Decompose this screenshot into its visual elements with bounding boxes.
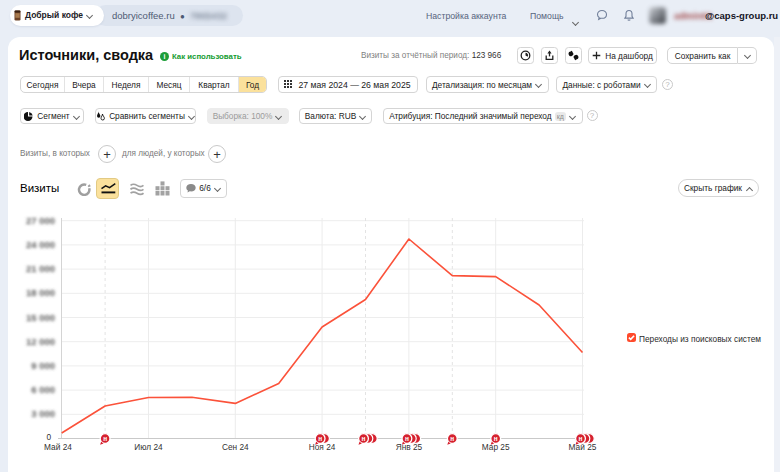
svg-text:Сен 24: Сен 24: [222, 442, 249, 452]
svg-text:27 000: 27 000: [26, 215, 55, 226]
svg-text:Май 24: Май 24: [44, 442, 72, 452]
svg-text:9 000: 9 000: [31, 360, 55, 371]
svg-text:15 000: 15 000: [26, 312, 55, 323]
svg-text:24 000: 24 000: [26, 239, 55, 250]
svg-text:6 000: 6 000: [31, 384, 55, 395]
svg-text:i: i: [164, 53, 166, 60]
svg-text:0: 0: [46, 432, 51, 442]
svg-text:12 000: 12 000: [26, 336, 55, 347]
svg-text:Июл 24: Июл 24: [134, 442, 163, 452]
svg-text:21 000: 21 000: [26, 263, 55, 274]
svg-text:3 000: 3 000: [31, 408, 55, 419]
svg-text:18 000: 18 000: [26, 287, 55, 298]
